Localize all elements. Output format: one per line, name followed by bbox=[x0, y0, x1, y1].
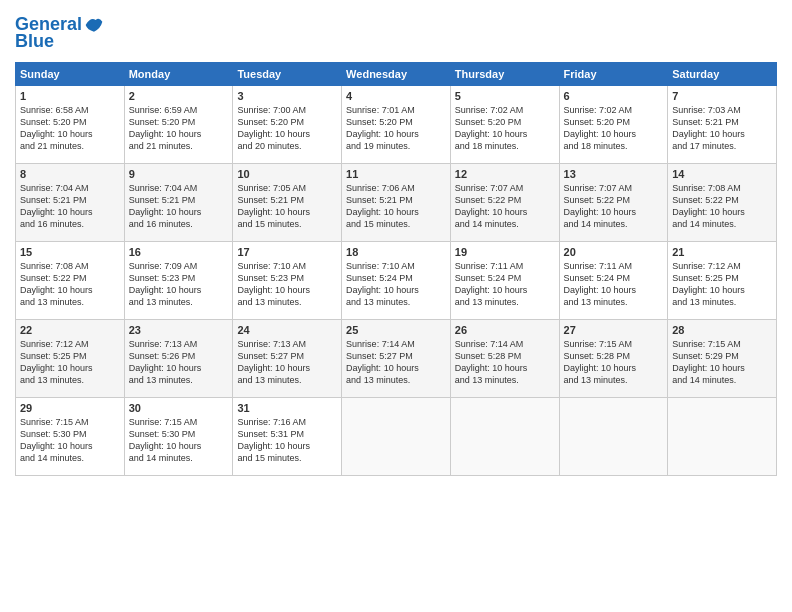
day-info: Sunrise: 7:02 AMSunset: 5:20 PMDaylight:… bbox=[564, 104, 664, 153]
day-number: 8 bbox=[20, 168, 120, 180]
day-number: 22 bbox=[20, 324, 120, 336]
calendar-cell: 20Sunrise: 7:11 AMSunset: 5:24 PMDayligh… bbox=[559, 242, 668, 320]
dow-header-thursday: Thursday bbox=[450, 63, 559, 86]
day-info: Sunrise: 7:13 AMSunset: 5:26 PMDaylight:… bbox=[129, 338, 229, 387]
day-number: 21 bbox=[672, 246, 772, 258]
calendar-cell: 24Sunrise: 7:13 AMSunset: 5:27 PMDayligh… bbox=[233, 320, 342, 398]
calendar-cell: 15Sunrise: 7:08 AMSunset: 5:22 PMDayligh… bbox=[16, 242, 125, 320]
dow-header-sunday: Sunday bbox=[16, 63, 125, 86]
day-number: 5 bbox=[455, 90, 555, 102]
calendar-cell: 19Sunrise: 7:11 AMSunset: 5:24 PMDayligh… bbox=[450, 242, 559, 320]
day-number: 6 bbox=[564, 90, 664, 102]
calendar-cell: 22Sunrise: 7:12 AMSunset: 5:25 PMDayligh… bbox=[16, 320, 125, 398]
day-info: Sunrise: 7:10 AMSunset: 5:23 PMDaylight:… bbox=[237, 260, 337, 309]
day-info: Sunrise: 7:07 AMSunset: 5:22 PMDaylight:… bbox=[455, 182, 555, 231]
calendar-cell: 13Sunrise: 7:07 AMSunset: 5:22 PMDayligh… bbox=[559, 164, 668, 242]
calendar-cell: 14Sunrise: 7:08 AMSunset: 5:22 PMDayligh… bbox=[668, 164, 777, 242]
day-number: 27 bbox=[564, 324, 664, 336]
calendar-cell: 10Sunrise: 7:05 AMSunset: 5:21 PMDayligh… bbox=[233, 164, 342, 242]
calendar-week-3: 15Sunrise: 7:08 AMSunset: 5:22 PMDayligh… bbox=[16, 242, 777, 320]
day-info: Sunrise: 7:00 AMSunset: 5:20 PMDaylight:… bbox=[237, 104, 337, 153]
day-number: 26 bbox=[455, 324, 555, 336]
calendar-week-4: 22Sunrise: 7:12 AMSunset: 5:25 PMDayligh… bbox=[16, 320, 777, 398]
day-number: 23 bbox=[129, 324, 229, 336]
day-number: 14 bbox=[672, 168, 772, 180]
day-info: Sunrise: 7:10 AMSunset: 5:24 PMDaylight:… bbox=[346, 260, 446, 309]
header: General Blue bbox=[15, 15, 777, 52]
calendar-cell: 7Sunrise: 7:03 AMSunset: 5:21 PMDaylight… bbox=[668, 86, 777, 164]
calendar-table: SundayMondayTuesdayWednesdayThursdayFrid… bbox=[15, 62, 777, 476]
calendar-cell: 3Sunrise: 7:00 AMSunset: 5:20 PMDaylight… bbox=[233, 86, 342, 164]
day-info: Sunrise: 7:13 AMSunset: 5:27 PMDaylight:… bbox=[237, 338, 337, 387]
calendar-cell: 17Sunrise: 7:10 AMSunset: 5:23 PMDayligh… bbox=[233, 242, 342, 320]
calendar-cell: 6Sunrise: 7:02 AMSunset: 5:20 PMDaylight… bbox=[559, 86, 668, 164]
dow-header-monday: Monday bbox=[124, 63, 233, 86]
calendar-cell bbox=[559, 398, 668, 476]
calendar-cell: 21Sunrise: 7:12 AMSunset: 5:25 PMDayligh… bbox=[668, 242, 777, 320]
day-info: Sunrise: 7:14 AMSunset: 5:28 PMDaylight:… bbox=[455, 338, 555, 387]
day-number: 12 bbox=[455, 168, 555, 180]
dow-header-tuesday: Tuesday bbox=[233, 63, 342, 86]
day-number: 15 bbox=[20, 246, 120, 258]
day-info: Sunrise: 6:58 AMSunset: 5:20 PMDaylight:… bbox=[20, 104, 120, 153]
calendar-cell: 5Sunrise: 7:02 AMSunset: 5:20 PMDaylight… bbox=[450, 86, 559, 164]
day-number: 16 bbox=[129, 246, 229, 258]
day-number: 19 bbox=[455, 246, 555, 258]
day-info: Sunrise: 7:11 AMSunset: 5:24 PMDaylight:… bbox=[455, 260, 555, 309]
day-number: 9 bbox=[129, 168, 229, 180]
day-number: 28 bbox=[672, 324, 772, 336]
calendar-cell: 23Sunrise: 7:13 AMSunset: 5:26 PMDayligh… bbox=[124, 320, 233, 398]
calendar-cell: 31Sunrise: 7:16 AMSunset: 5:31 PMDayligh… bbox=[233, 398, 342, 476]
calendar-cell bbox=[668, 398, 777, 476]
day-info: Sunrise: 7:07 AMSunset: 5:22 PMDaylight:… bbox=[564, 182, 664, 231]
calendar-week-5: 29Sunrise: 7:15 AMSunset: 5:30 PMDayligh… bbox=[16, 398, 777, 476]
day-info: Sunrise: 7:16 AMSunset: 5:31 PMDaylight:… bbox=[237, 416, 337, 465]
calendar-cell: 18Sunrise: 7:10 AMSunset: 5:24 PMDayligh… bbox=[342, 242, 451, 320]
day-info: Sunrise: 7:14 AMSunset: 5:27 PMDaylight:… bbox=[346, 338, 446, 387]
day-number: 10 bbox=[237, 168, 337, 180]
calendar-container: General Blue SundayMondayTuesdayWednesda… bbox=[0, 0, 792, 486]
calendar-cell bbox=[342, 398, 451, 476]
day-info: Sunrise: 7:02 AMSunset: 5:20 PMDaylight:… bbox=[455, 104, 555, 153]
calendar-cell bbox=[450, 398, 559, 476]
day-info: Sunrise: 7:03 AMSunset: 5:21 PMDaylight:… bbox=[672, 104, 772, 153]
calendar-cell: 16Sunrise: 7:09 AMSunset: 5:23 PMDayligh… bbox=[124, 242, 233, 320]
day-info: Sunrise: 7:04 AMSunset: 5:21 PMDaylight:… bbox=[129, 182, 229, 231]
day-info: Sunrise: 6:59 AMSunset: 5:20 PMDaylight:… bbox=[129, 104, 229, 153]
day-number: 24 bbox=[237, 324, 337, 336]
dow-header-saturday: Saturday bbox=[668, 63, 777, 86]
day-info: Sunrise: 7:01 AMSunset: 5:20 PMDaylight:… bbox=[346, 104, 446, 153]
day-number: 30 bbox=[129, 402, 229, 414]
calendar-cell: 29Sunrise: 7:15 AMSunset: 5:30 PMDayligh… bbox=[16, 398, 125, 476]
day-info: Sunrise: 7:12 AMSunset: 5:25 PMDaylight:… bbox=[20, 338, 120, 387]
day-info: Sunrise: 7:15 AMSunset: 5:28 PMDaylight:… bbox=[564, 338, 664, 387]
calendar-body: 1Sunrise: 6:58 AMSunset: 5:20 PMDaylight… bbox=[16, 86, 777, 476]
day-number: 29 bbox=[20, 402, 120, 414]
logo: General Blue bbox=[15, 15, 104, 52]
day-number: 4 bbox=[346, 90, 446, 102]
calendar-cell: 27Sunrise: 7:15 AMSunset: 5:28 PMDayligh… bbox=[559, 320, 668, 398]
calendar-cell: 11Sunrise: 7:06 AMSunset: 5:21 PMDayligh… bbox=[342, 164, 451, 242]
day-info: Sunrise: 7:09 AMSunset: 5:23 PMDaylight:… bbox=[129, 260, 229, 309]
day-info: Sunrise: 7:08 AMSunset: 5:22 PMDaylight:… bbox=[20, 260, 120, 309]
calendar-cell: 8Sunrise: 7:04 AMSunset: 5:21 PMDaylight… bbox=[16, 164, 125, 242]
calendar-cell: 30Sunrise: 7:15 AMSunset: 5:30 PMDayligh… bbox=[124, 398, 233, 476]
calendar-cell: 28Sunrise: 7:15 AMSunset: 5:29 PMDayligh… bbox=[668, 320, 777, 398]
day-number: 13 bbox=[564, 168, 664, 180]
calendar-week-1: 1Sunrise: 6:58 AMSunset: 5:20 PMDaylight… bbox=[16, 86, 777, 164]
calendar-cell: 1Sunrise: 6:58 AMSunset: 5:20 PMDaylight… bbox=[16, 86, 125, 164]
day-number: 7 bbox=[672, 90, 772, 102]
logo-icon bbox=[84, 15, 104, 35]
dow-header-friday: Friday bbox=[559, 63, 668, 86]
calendar-cell: 26Sunrise: 7:14 AMSunset: 5:28 PMDayligh… bbox=[450, 320, 559, 398]
day-info: Sunrise: 7:11 AMSunset: 5:24 PMDaylight:… bbox=[564, 260, 664, 309]
day-number: 31 bbox=[237, 402, 337, 414]
day-info: Sunrise: 7:15 AMSunset: 5:29 PMDaylight:… bbox=[672, 338, 772, 387]
dow-header-wednesday: Wednesday bbox=[342, 63, 451, 86]
day-info: Sunrise: 7:15 AMSunset: 5:30 PMDaylight:… bbox=[129, 416, 229, 465]
day-number: 3 bbox=[237, 90, 337, 102]
calendar-cell: 12Sunrise: 7:07 AMSunset: 5:22 PMDayligh… bbox=[450, 164, 559, 242]
day-number: 11 bbox=[346, 168, 446, 180]
day-number: 25 bbox=[346, 324, 446, 336]
day-number: 2 bbox=[129, 90, 229, 102]
